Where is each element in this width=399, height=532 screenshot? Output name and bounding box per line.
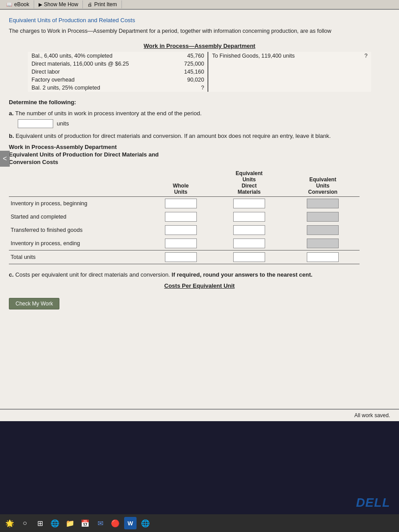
taskbar-folder-icon[interactable]: 📁 [64,517,76,529]
taskbar-circle-icon[interactable]: ○ [19,517,31,529]
intro-text: The charges to Work in Process—Assembly … [9,27,390,35]
table-row-ending: Inventory in process, ending [9,237,360,250]
taskbar-browser-icon[interactable]: 🌐 [49,517,61,529]
print-icon: 🖨 [87,2,92,7]
eq-table-header: Work in Process-Assembly Department [9,144,390,150]
question-b-text: Equivalent units of production for direc… [16,133,331,139]
question-b-letter: b. [9,133,14,139]
ledger-left-5: Bal. 2 units, 25% completed [28,84,180,92]
taskbar-star-icon[interactable]: 🌟 [4,517,16,529]
units-input[interactable] [18,119,53,128]
ledger-row-5: Bal. 2 units, 25% completed ? [28,84,371,92]
row-direct-started [212,210,286,223]
ledger-table: Bal., 6,400 units, 40% completed 45,760 … [28,52,371,92]
ledger-right-amount-1: ? [361,52,371,60]
table-row-beginning: Inventory in process, beginning [9,196,360,210]
ledger-right-1: To Finished Goods, 119,400 units [208,52,361,60]
question-c-text: Costs per equivalent unit for direct mat… [15,271,170,278]
input-direct-started[interactable] [233,212,265,222]
row-conversion-ending [286,237,360,250]
taskbar: 🌟 ○ ⊞ 🌐 📁 📅 ✉ 🔴 W 🌐 [0,514,399,532]
print-item-button[interactable]: 🖨 Print Item [83,0,121,8]
show-icon: ▶ [39,2,42,8]
equiv-table: WholeUnits EquivalentUnitsDirectMaterial… [9,169,360,264]
title-highlight: Equivalent Units of Production and Relat… [9,17,135,23]
input-whole-ending[interactable] [165,239,197,248]
cost-section: Costs Per Equivalent Unit [9,282,390,289]
question-c: c. Costs per equivalent unit for direct … [9,271,390,278]
row-direct-total [212,250,286,264]
show-me-how-label: Show Me How [44,1,78,8]
ledger-row-4: Factory overhead 90,020 [28,76,371,84]
ledger-amount-3: 145,160 [180,68,208,76]
units-input-row: units [18,119,390,128]
row-whole-started [149,210,212,223]
ebook-button[interactable]: 📖 eBook [2,0,34,8]
taskbar-grid-icon[interactable]: ⊞ [34,517,46,529]
taskbar-word-icon[interactable]: W [124,517,137,529]
show-me-how-button[interactable]: ▶ Show Me How [34,0,83,8]
taskbar-chrome-icon[interactable]: 🌐 [139,517,152,529]
check-my-work-button[interactable]: Check My Work [9,298,59,309]
input-direct-total[interactable] [233,252,265,262]
row-label-started: Started and completed [9,210,149,223]
question-a-text: The number of units in work in process i… [15,110,202,117]
col-header-whole: WholeUnits [149,169,212,197]
question-b: b. Equivalent units of production for di… [9,133,390,139]
row-label-ending: Inventory in process, ending [9,237,149,250]
row-label-total: Total units [9,250,149,264]
taskbar-calendar-icon[interactable]: 📅 [79,517,91,529]
question-a: a. The number of units in work in proces… [9,110,390,117]
col-header-equiv-direct: EquivalentUnitsDirectMaterials [212,169,286,197]
input-whole-started[interactable] [165,212,197,222]
table-row-started: Started and completed [9,210,360,223]
input-whole-transferred[interactable] [165,225,197,235]
input-conversion-started[interactable] [307,212,339,222]
input-direct-beginning[interactable] [233,199,265,208]
equiv-table-header-row: WholeUnits EquivalentUnitsDirectMaterial… [9,169,360,197]
eq-table-subheader2: Conversion Costs [9,159,390,165]
table-row-total: Total units [9,250,360,264]
row-conversion-transferred [286,223,360,237]
ledger-left-1: Bal., 6,400 units, 40% completed [28,52,180,60]
row-whole-beginning [149,196,212,210]
input-conversion-total[interactable] [307,252,339,262]
taskbar-red-icon[interactable]: 🔴 [109,517,121,529]
input-conversion-transferred[interactable] [307,225,339,235]
ledger-amount-4: 90,020 [180,76,208,84]
row-direct-beginning [212,196,286,210]
left-nav-arrow[interactable]: < [0,151,10,167]
taskbar-mail-icon[interactable]: ✉ [94,517,106,529]
cost-table-title: Costs Per Equivalent Unit [9,282,390,289]
input-whole-total[interactable] [165,252,197,262]
ledger-left-3: Direct labor [28,68,180,76]
status-text: All work saved. [354,412,390,419]
print-item-label: Print Item [94,1,117,8]
ledger-amount-1: 45,760 [180,52,208,60]
row-conversion-total [286,250,360,264]
question-a-letter: a. [9,110,14,117]
row-conversion-beginning [286,196,360,210]
ledger-row-3: Direct labor 145,160 [28,68,371,76]
toolbar: 📖 eBook ▶ Show Me How 🖨 Print Item [0,0,399,10]
ebook-icon: 📖 [6,2,12,8]
ledger-row-1: Bal., 6,400 units, 40% completed 45,760 … [28,52,371,60]
ledger-section: Work in Process—Assembly Department Bal.… [9,43,390,92]
main-content: Equivalent Units of Production and Relat… [0,10,399,409]
row-whole-transferred [149,223,212,237]
row-direct-ending [212,237,286,250]
input-direct-ending[interactable] [233,239,265,248]
equiv-table-section: Work in Process-Assembly Department Equi… [9,144,390,264]
question-c-letter: c. [9,271,14,278]
input-whole-beginning[interactable] [165,199,197,208]
table-row-transferred: Transferred to finished goods [9,223,360,237]
ledger-amount-5: ? [180,84,208,92]
ebook-label: eBook [14,1,29,8]
input-conversion-ending[interactable] [307,239,339,248]
col-header-label [9,169,149,197]
row-whole-total [149,250,212,264]
row-label-beginning: Inventory in process, beginning [9,196,149,210]
input-direct-transferred[interactable] [233,225,265,235]
input-conversion-beginning[interactable] [307,199,339,208]
ledger-left-2: Direct materials, 116,000 units @ $6.25 [28,60,180,68]
